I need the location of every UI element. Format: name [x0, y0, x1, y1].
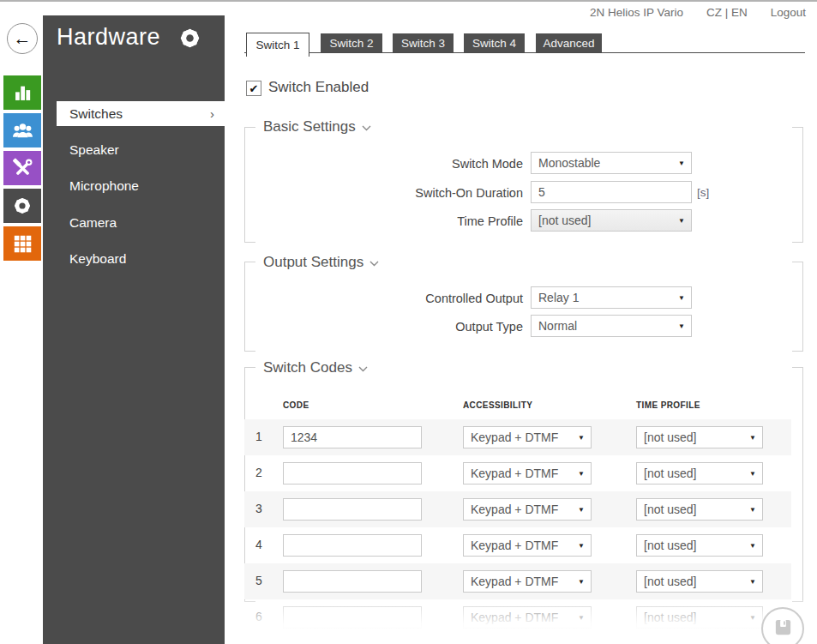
controlled-output-label: Controlled Output	[244, 292, 523, 305]
dropdown-arrow-icon: ▼	[749, 506, 756, 514]
switch-enabled-label: Switch Enabled	[268, 79, 369, 96]
code-input-3[interactable]	[283, 498, 422, 521]
tab-advanced[interactable]: Advanced	[536, 33, 602, 53]
tools-icon	[11, 157, 34, 180]
output-type-select[interactable]: Normal ▼	[531, 315, 692, 337]
time-profile-select[interactable]: [not used] ▼	[531, 209, 692, 232]
dropdown-arrow-icon: ▼	[578, 578, 585, 586]
accessibility-select-1[interactable]: Keypad + DTMF▼	[463, 426, 592, 448]
table-row: 1 Keypad + DTMF▼ [not used]▼	[244, 419, 791, 455]
output-settings-frame	[244, 262, 803, 352]
code-input-5[interactable]	[283, 570, 422, 593]
duration-unit-label: [s]	[697, 186, 709, 199]
dropdown-arrow-icon: ▼	[749, 434, 756, 442]
section-caret-icon	[369, 254, 379, 271]
accessibility-select-4[interactable]: Keypad + DTMF▼	[463, 534, 592, 557]
output-type-label: Output Type	[244, 320, 523, 334]
tab-switch-2[interactable]: Switch 2	[321, 33, 382, 53]
row-number: 5	[255, 574, 262, 587]
row-number: 2	[255, 466, 262, 479]
sidebar-item-speaker[interactable]: Speaker	[69, 142, 119, 158]
people-group-icon	[10, 118, 35, 143]
switch-enabled-checkbox[interactable]: ✔	[246, 81, 261, 96]
dropdown-arrow-icon: ▼	[678, 217, 685, 225]
floppy-disk-icon	[773, 617, 793, 641]
dropdown-arrow-icon: ▼	[749, 578, 756, 586]
dropdown-arrow-icon: ▼	[749, 542, 756, 550]
dropdown-arrow-icon: ▼	[578, 434, 585, 442]
dropdown-arrow-icon: ▼	[578, 506, 585, 514]
dropdown-arrow-icon: ▼	[578, 542, 585, 550]
sidebar-item-keyboard[interactable]: Keyboard	[69, 251, 126, 267]
dropdown-arrow-icon: ▼	[578, 470, 585, 478]
accessibility-select-5[interactable]: Keypad + DTMF▼	[463, 570, 592, 593]
app-window: 2N Helios IP Vario CZ | EN Logout ←	[0, 0, 817, 644]
gear-icon	[10, 194, 34, 218]
keypad-grid-icon	[11, 232, 33, 255]
switch-mode-label: Switch Mode	[244, 157, 523, 171]
row-number: 1	[255, 430, 262, 443]
switch-mode-select[interactable]: Monostable ▼	[531, 152, 692, 174]
dropdown-arrow-icon: ▼	[749, 470, 756, 478]
code-input-4[interactable]	[283, 534, 422, 557]
rail-directory-button[interactable]	[3, 113, 41, 147]
column-header-accessibility: ACCESSIBILITY	[463, 400, 532, 410]
language-switch[interactable]: CZ | EN	[706, 6, 748, 19]
section-caret-icon	[358, 359, 368, 376]
rail-system-button[interactable]	[3, 226, 41, 261]
dropdown-arrow-icon: ▼	[678, 294, 685, 302]
dropdown-arrow-icon: ▼	[678, 322, 685, 330]
table-row: 2 Keypad + DTMF▼ [not used]▼	[244, 455, 791, 491]
tab-switch-3[interactable]: Switch 3	[393, 33, 454, 53]
output-settings-title[interactable]: Output Settings	[263, 254, 379, 271]
accessibility-select-3[interactable]: Keypad + DTMF▼	[463, 498, 592, 521]
dropdown-arrow-icon: ▼	[678, 159, 685, 167]
logout-link[interactable]: Logout	[771, 6, 806, 19]
row-number: 3	[255, 502, 262, 515]
tab-switch-1[interactable]: Switch 1	[246, 33, 309, 57]
footer-fade	[231, 600, 817, 644]
section-caret-icon	[362, 118, 371, 135]
tab-divider	[244, 52, 805, 53]
time-profile-select-1[interactable]: [not used]▼	[636, 426, 763, 448]
save-button[interactable]	[761, 607, 804, 644]
device-name: 2N Helios IP Vario	[590, 6, 683, 19]
table-row: 4 Keypad + DTMF▼ [not used]▼	[244, 527, 791, 563]
time-profile-select-3[interactable]: [not used]▼	[636, 498, 763, 521]
back-button[interactable]: ←	[7, 23, 38, 54]
controlled-output-select[interactable]: Relay 1 ▼	[531, 286, 692, 309]
column-header-time-profile: TIME PROFILE	[636, 400, 700, 410]
sidebar-item-camera[interactable]: Camera	[69, 215, 117, 231]
row-number: 4	[255, 538, 262, 551]
switch-on-duration-label: Switch-On Duration	[244, 186, 523, 200]
time-profile-label: Time Profile	[244, 214, 523, 228]
code-input-1[interactable]	[283, 426, 422, 448]
switch-codes-title[interactable]: Switch Codes	[263, 359, 368, 376]
rail-status-button[interactable]	[3, 75, 41, 110]
switch-on-duration-input[interactable]	[531, 181, 692, 203]
bar-chart-icon	[11, 81, 34, 105]
rail-services-button[interactable]	[3, 189, 41, 223]
back-arrow-icon: ←	[14, 28, 32, 49]
table-row: 5 Keypad + DTMF▼ [not used]▼	[244, 563, 791, 599]
sidebar-item-switches[interactable]: Switches ›	[57, 101, 225, 126]
rail-hardware-button[interactable]	[3, 151, 41, 185]
table-row: 3 Keypad + DTMF▼ [not used]▼	[244, 491, 791, 527]
tab-switch-4[interactable]: Switch 4	[464, 33, 525, 53]
basic-settings-title[interactable]: Basic Settings	[263, 118, 371, 135]
sidebar-item-microphone[interactable]: Microphone	[69, 178, 139, 194]
hardware-gear-icon	[176, 24, 204, 56]
chevron-right-icon: ›	[210, 106, 214, 121]
time-profile-select-4[interactable]: [not used]▼	[636, 534, 763, 557]
accessibility-select-2[interactable]: Keypad + DTMF▼	[463, 462, 592, 485]
page-title: Hardware	[57, 24, 160, 51]
time-profile-select-2[interactable]: [not used]▼	[636, 462, 763, 485]
checkmark-icon: ✔	[249, 82, 259, 95]
time-profile-select-5[interactable]: [not used]▼	[636, 570, 763, 593]
column-header-code: CODE	[283, 400, 309, 410]
code-input-2[interactable]	[283, 462, 422, 485]
sidebar-item-label: Switches	[69, 106, 123, 122]
